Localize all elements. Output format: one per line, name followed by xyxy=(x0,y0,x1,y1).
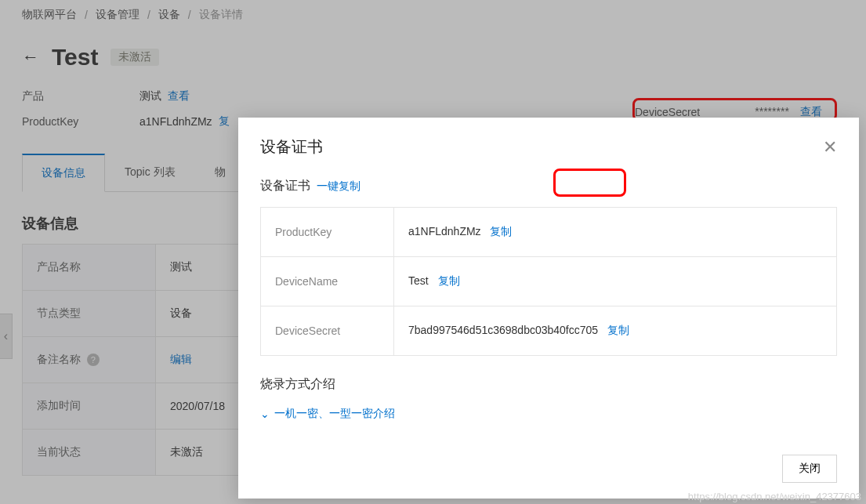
cert-devicesecret-label: DeviceSecret xyxy=(261,306,394,356)
modal-device-cert: 设备证书 ✕ 设备证书 一键复制 ProductKey a1NFLdnhZMz … xyxy=(238,118,859,499)
modal-title: 设备证书 xyxy=(260,136,323,158)
expand-burn-intro[interactable]: ⌄ 一机一密、一型一密介绍 xyxy=(260,407,837,421)
cert-devicename-value: Test xyxy=(408,274,429,287)
table-row: ProductKey a1NFLdnhZMz 复制 xyxy=(261,208,837,257)
copy-devicename-link[interactable]: 复制 xyxy=(438,274,460,287)
cert-table: ProductKey a1NFLdnhZMz 复制 DeviceName Tes… xyxy=(260,207,837,356)
table-row: DeviceName Test 复制 xyxy=(261,257,837,306)
expand-text: 一机一密、一型一密介绍 xyxy=(274,407,395,421)
cert-productkey-value: a1NFLdnhZMz xyxy=(408,225,481,237)
cert-subtitle: 设备证书 xyxy=(260,178,310,194)
copy-all-link[interactable]: 一键复制 xyxy=(317,179,361,194)
close-button[interactable]: 关闭 xyxy=(782,455,837,483)
close-icon[interactable]: ✕ xyxy=(823,137,837,158)
cert-productkey-label: ProductKey xyxy=(261,208,394,257)
cert-devicesecret-value: 7bad997546d51c3698dbc03b40fcc705 xyxy=(408,324,598,336)
burn-method-title: 烧录方式介绍 xyxy=(260,376,837,393)
cert-devicename-label: DeviceName xyxy=(261,257,394,306)
copy-devicesecret-link[interactable]: 复制 xyxy=(607,324,629,336)
copy-productkey-link[interactable]: 复制 xyxy=(490,225,512,237)
watermark: https://blog.csdn.net/weixin_42377603 xyxy=(688,491,861,502)
table-row: DeviceSecret 7bad997546d51c3698dbc03b40f… xyxy=(261,306,837,356)
chevron-down-icon: ⌄ xyxy=(260,408,270,420)
